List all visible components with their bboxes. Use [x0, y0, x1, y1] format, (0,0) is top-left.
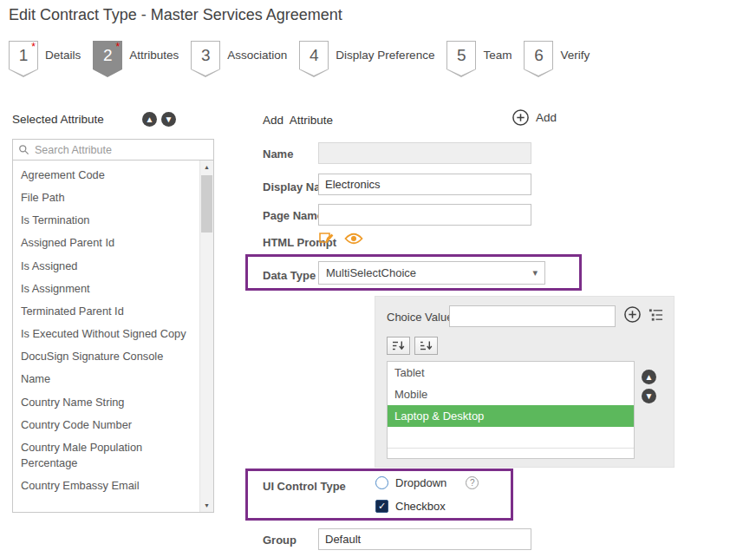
search-icon: [18, 144, 29, 155]
list-item[interactable]: Is Termination: [13, 209, 199, 232]
scroll-up-button[interactable]: ▲: [200, 161, 213, 174]
step-display-preference[interactable]: 4 Display Preference: [299, 41, 446, 69]
data-type-label-row: Data Type*: [263, 267, 323, 283]
step-number: 4: [310, 46, 319, 65]
radio-unchecked-icon: [375, 476, 388, 489]
list-item: [388, 427, 634, 449]
ui-control-type-label: UI Control Type: [263, 480, 346, 493]
choice-value-label: Choice Value: [387, 311, 453, 324]
group-field[interactable]: [318, 528, 531, 550]
choice-value-input[interactable]: [449, 305, 616, 327]
step-1-box[interactable]: 1 *: [9, 41, 38, 69]
step-label: Attributes: [129, 49, 179, 62]
required-asterisk-icon: *: [31, 43, 36, 52]
list-item-selected[interactable]: Laptop & Desktop: [388, 405, 634, 427]
add-attribute-title: Add Attribute: [263, 114, 333, 127]
scrollbar[interactable]: ▲ ▼: [199, 161, 213, 512]
step-verify[interactable]: 6 Verify: [524, 41, 602, 69]
step-label: Team: [483, 49, 512, 62]
page-name-field[interactable]: [318, 204, 531, 226]
wizard-steps: 1 * Details 2 * Attributes 3 Association…: [9, 41, 602, 69]
preview-eye-icon[interactable]: [344, 233, 363, 245]
search-input[interactable]: [35, 144, 208, 156]
page-title: Edit Contract Type - Master Services Agr…: [9, 6, 342, 24]
scroll-up-icon: ▲: [204, 164, 210, 170]
step-number: 6: [534, 46, 544, 65]
attribute-list-items: Agreement Code File Path Is Termination …: [13, 164, 199, 512]
checkbox-checked-icon: ✓: [375, 500, 388, 513]
step-details[interactable]: 1 * Details: [9, 41, 93, 69]
data-type-value: MultiSelectChoice: [326, 266, 416, 279]
down-arrow-icon: ▼: [165, 115, 173, 124]
step-label: Details: [45, 49, 81, 62]
list-item[interactable]: Terminated Parent Id: [13, 300, 199, 323]
step-attributes[interactable]: 2 * Attributes: [93, 41, 191, 69]
edit-contract-type-page: Edit Contract Type - Master Services Agr…: [0, 0, 756, 557]
edit-prompt-icon[interactable]: [318, 231, 336, 246]
help-question-mark: ?: [470, 479, 475, 488]
list-item[interactable]: Agreement Code: [13, 164, 199, 187]
step-number: 3: [201, 46, 211, 65]
list-item[interactable]: Country Male Population Percentage: [13, 436, 199, 475]
add-button[interactable]: Add: [512, 108, 557, 127]
display-name-field[interactable]: [318, 174, 531, 195]
list-item[interactable]: Tablet: [388, 362, 634, 383]
scroll-down-button[interactable]: ▼: [200, 499, 213, 512]
step-label: Display Preference: [336, 49, 434, 62]
scrollbar-thumb[interactable]: [201, 175, 212, 233]
list-item[interactable]: Is Assignment: [13, 278, 199, 300]
required-asterisk-icon: *: [116, 43, 121, 52]
choice-reorder-buttons: ▲ ▼: [642, 370, 656, 403]
up-arrow-icon: ▲: [146, 115, 154, 124]
move-up-button[interactable]: ▲: [142, 112, 157, 127]
move-down-button[interactable]: ▼: [161, 112, 176, 127]
dropdown-option[interactable]: Dropdown ?: [375, 476, 479, 489]
data-type-label: Data Type: [263, 269, 316, 282]
choice-move-down-button[interactable]: ▼: [642, 389, 656, 403]
name-label: Name: [263, 147, 293, 161]
data-type-select[interactable]: MultiSelectChoice ▾: [318, 261, 545, 285]
list-item[interactable]: Assigned Parent Id: [13, 232, 199, 254]
list-item[interactable]: Country Code Number: [13, 414, 199, 436]
add-choice-plus-circle-icon[interactable]: [623, 305, 642, 324]
step-team[interactable]: 5 Team: [446, 41, 524, 69]
chevron-down-icon: ▾: [532, 267, 538, 278]
choice-move-up-button[interactable]: ▲: [642, 370, 656, 384]
dropdown-option-label: Dropdown: [395, 476, 446, 489]
sort-descending-button[interactable]: [414, 337, 438, 355]
step-association[interactable]: 3 Association: [191, 41, 299, 69]
group-label: Group: [263, 534, 297, 547]
step-2-box-active[interactable]: 2 *: [93, 41, 122, 69]
check-mark: ✓: [378, 501, 386, 511]
step-label: Verify: [560, 49, 590, 62]
step-4-box[interactable]: 4: [299, 41, 329, 69]
add-button-label: Add: [536, 111, 557, 124]
step-5-box[interactable]: 5: [446, 41, 476, 69]
attribute-list: Agreement Code File Path Is Termination …: [12, 160, 214, 513]
list-item[interactable]: Name: [13, 368, 199, 390]
name-field: [318, 142, 531, 164]
list-item[interactable]: Is Executed Without Signed Copy: [13, 323, 199, 345]
list-item[interactable]: File Path: [13, 187, 199, 209]
up-arrow-icon: ▲: [645, 373, 654, 382]
html-prompt-actions: [318, 231, 363, 246]
list-item[interactable]: Is Assigned: [13, 255, 199, 278]
checkbox-option[interactable]: ✓ Checkbox: [375, 500, 446, 513]
search-box: [12, 139, 214, 161]
choice-tree-list-icon[interactable]: [648, 308, 663, 322]
list-item[interactable]: Country Embassy Email: [13, 475, 199, 497]
attribute-reorder-buttons: ▲ ▼: [142, 112, 176, 127]
step-3-box[interactable]: 3: [191, 41, 220, 69]
step-number: 1: [19, 46, 29, 65]
list-item[interactable]: DocuSign Signature Console: [13, 345, 199, 368]
help-icon[interactable]: ?: [466, 476, 479, 489]
page-name-label: Page Name: [263, 209, 323, 222]
step-number: 2: [103, 46, 113, 65]
step-6-box[interactable]: 6: [524, 41, 553, 69]
list-item[interactable]: Mobile: [388, 383, 634, 405]
checkbox-option-label: Checkbox: [395, 500, 446, 513]
choice-value-panel: Choice Value Tablet Mobile Laptop & Desk…: [375, 296, 675, 468]
list-item[interactable]: Country Name String: [13, 391, 199, 414]
choice-sort-buttons: [387, 337, 438, 355]
sort-ascending-button[interactable]: [387, 337, 410, 355]
